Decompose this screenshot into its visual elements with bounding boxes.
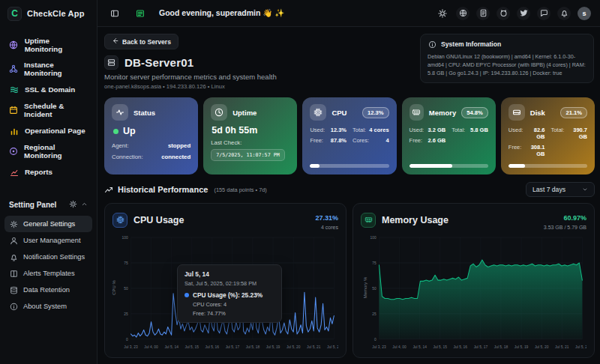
memory-used-label: Used: xyxy=(410,127,424,133)
cpu-chart-area[interactable]: CPU % Jul 3, 23Jul 4, 00Jul 5, 14Jul 5, … xyxy=(112,233,338,353)
sidebar-item-operational-page[interactable]: Operational Page xyxy=(4,122,92,139)
svg-text:Jul 5, 19: Jul 5, 19 xyxy=(514,345,529,349)
docs-icon[interactable] xyxy=(476,7,490,20)
settings-item-about-system[interactable]: About System xyxy=(4,298,92,315)
main-content: Back to Servers System Information Debia… xyxy=(98,27,600,364)
cpu-free-value: 87.8% xyxy=(331,137,346,144)
disk-total-label: Total: xyxy=(550,127,564,140)
memory-area-chart[interactable]: Jul 3, 23Jul 4, 00Jul 5, 14Jul 5, 15Jul … xyxy=(361,233,586,353)
agent-label: Agent: xyxy=(112,142,129,149)
panel-toggle-icon[interactable] xyxy=(108,7,122,20)
sidebar-item-reports[interactable]: Reports xyxy=(4,163,92,181)
svg-text:Jul 5, 20: Jul 5, 20 xyxy=(286,345,301,349)
settings-item-general-settings[interactable]: General Settings xyxy=(4,216,92,232)
back-to-servers-button[interactable]: Back to Servers xyxy=(104,34,178,49)
github-icon[interactable] xyxy=(496,7,510,20)
system-info-title: System Information xyxy=(441,40,501,48)
disk-used-value: 82.6 GB xyxy=(525,127,544,140)
system-info-body: Debian GNU/Linux 12 (bookworm) | amd64 |… xyxy=(428,52,586,77)
nodes-icon xyxy=(9,64,18,74)
sidebar-item-instance-monitoring[interactable]: Instance Monitoring xyxy=(4,57,92,81)
sidebar-item-schedule-incident[interactable]: Schedule & Incident xyxy=(4,98,92,122)
database-icon xyxy=(9,285,18,294)
historical-performance-header: Historical Performance (155 data points … xyxy=(104,182,595,197)
svg-text:50: 50 xyxy=(124,286,128,291)
tooltip-title: Jul 5, 14 xyxy=(184,270,274,278)
cpu-used-label: Used: xyxy=(310,127,325,133)
memory-percent-badge: 54.8% xyxy=(461,107,488,118)
back-button-label: Back to Servers xyxy=(122,38,171,46)
settings-item-alerts-templates[interactable]: Alerts Templates xyxy=(4,265,92,282)
info-circle-icon xyxy=(428,40,436,49)
svg-text:25: 25 xyxy=(124,312,128,316)
sidebar-item-ssl-domain[interactable]: SSL & Domain xyxy=(4,81,92,98)
cpu-chip-icon xyxy=(310,104,326,121)
app-logo: C xyxy=(8,7,22,21)
user-avatar[interactable]: s xyxy=(578,7,591,20)
settings-item-label: About System xyxy=(23,303,67,310)
memory-used-value: 3.2 GB xyxy=(428,127,446,133)
svg-text:50: 50 xyxy=(372,286,376,291)
last-check-value: 7/5/2025, 11:07:57 PM xyxy=(211,149,285,161)
settings-item-label: Notification Settings xyxy=(23,253,85,261)
disk-card-title: Disk xyxy=(530,109,545,117)
svg-text:Jul 5, 16: Jul 5, 16 xyxy=(206,345,220,349)
disk-card: Disk 21.1% Used:82.6 GB Total:390.7 GB F… xyxy=(501,97,595,175)
memory-ram-icon xyxy=(410,104,424,121)
info-icon xyxy=(9,302,18,311)
memory-chart-value: 60.97% xyxy=(563,214,586,222)
memory-total-value: 5.8 GB xyxy=(470,127,488,133)
twitter-icon[interactable] xyxy=(517,7,530,20)
language-icon[interactable] xyxy=(456,7,470,20)
server-list-icon[interactable] xyxy=(134,7,147,20)
cpu-progress-bar xyxy=(310,164,388,168)
globe-icon xyxy=(9,40,19,50)
memory-y-axis-label: Memory % xyxy=(363,277,368,299)
target-icon xyxy=(9,147,18,157)
setting-panel-header[interactable]: Setting Panel xyxy=(0,194,97,214)
svg-text:0: 0 xyxy=(374,337,376,342)
memory-chart-title: Memory Usage xyxy=(382,215,448,225)
settings-item-label: Data Retention xyxy=(23,286,70,294)
book-icon xyxy=(9,269,18,278)
arrow-left-icon xyxy=(112,37,118,46)
svg-text:Jul 5, 15: Jul 5, 15 xyxy=(433,345,447,349)
time-range-select[interactable]: Last 7 days xyxy=(526,182,595,197)
svg-text:Jul 5, 23: Jul 5, 23 xyxy=(327,345,338,349)
disk-free-label: Free: xyxy=(508,144,522,157)
svg-text:Jul 3, 23: Jul 3, 23 xyxy=(124,345,138,349)
tooltip-series-dot xyxy=(184,293,189,297)
stat-cards-row: Status Up Agent:stopped Connection:conne… xyxy=(104,97,595,175)
chat-icon[interactable] xyxy=(537,7,550,20)
disk-percent-badge: 21.1% xyxy=(560,107,587,118)
waves-icon xyxy=(9,85,19,94)
disk-free-value: 308.1 GB xyxy=(524,144,544,157)
sidebar-item-label: Instance Monitoring xyxy=(24,61,88,77)
svg-text:Jul 5, 18: Jul 5, 18 xyxy=(494,345,508,349)
sidebar-item-regional-monitoring[interactable]: Regional Monitoring xyxy=(4,139,92,163)
agent-value: stopped xyxy=(168,142,190,149)
settings-item-notification-settings[interactable]: Notification Settings xyxy=(4,249,92,265)
calendar-icon xyxy=(9,106,18,115)
memory-ram-icon xyxy=(361,213,376,228)
cpu-percent-badge: 12.3% xyxy=(362,107,389,118)
theme-toggle-icon[interactable] xyxy=(436,7,449,20)
memory-card: Memory 54.8% Used:3.2 GB Total:5.8 GB Fr… xyxy=(402,97,496,175)
memory-chart-area[interactable]: Memory % Jul 3, 23Jul 4, 00Jul 5, 14Jul … xyxy=(361,233,586,353)
cpu-card-title: CPU xyxy=(332,109,346,117)
user-icon xyxy=(9,236,18,245)
notifications-bell-icon[interactable] xyxy=(557,7,571,20)
sidebar-item-uptime-monitoring[interactable]: Uptime Monitoring xyxy=(4,33,92,57)
cpu-chip-icon xyxy=(112,213,128,228)
settings-item-data-retention[interactable]: Data Retention xyxy=(4,282,92,298)
status-card: Status Up Agent:stopped Connection:conne… xyxy=(104,97,198,175)
cpu-chart-value: 27.31% xyxy=(315,214,338,222)
greeting-text: Good evening, superadmin 👋 ✨ xyxy=(159,8,284,18)
cpu-usage-panel: CPU Usage 27.31% 4 cores CPU % xyxy=(104,203,346,358)
gear-icon xyxy=(69,200,77,210)
connection-label: Connection: xyxy=(112,154,143,160)
settings-item-user-management[interactable]: User Management xyxy=(4,232,92,249)
svg-text:Jul 5, 17: Jul 5, 17 xyxy=(226,345,240,349)
tooltip-cores: CPU Cores: 4 xyxy=(193,301,274,308)
svg-text:Jul 5, 21: Jul 5, 21 xyxy=(555,345,569,349)
